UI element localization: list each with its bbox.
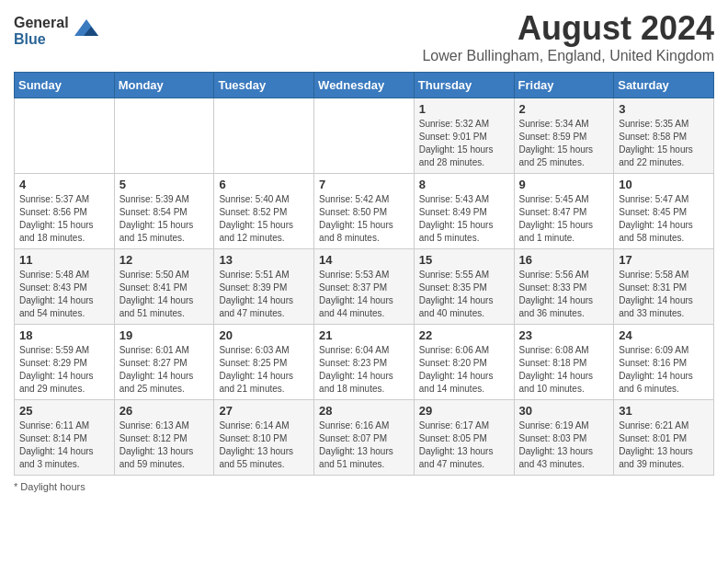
calendar-cell: 24Sunrise: 6:09 AM Sunset: 8:16 PM Dayli… [614,325,714,400]
day-info: Sunrise: 5:45 AM Sunset: 8:47 PM Dayligh… [519,193,609,245]
day-number: 27 [219,404,309,418]
day-number: 10 [619,178,709,191]
calendar-cell: 3Sunrise: 5:35 AM Sunset: 8:58 PM Daylig… [614,98,714,174]
day-number: 18 [19,328,109,342]
calendar-cell [114,98,214,174]
day-info: Sunrise: 5:53 AM Sunset: 8:37 PM Dayligh… [319,269,409,320]
day-info: Sunrise: 5:59 AM Sunset: 8:29 PM Dayligh… [19,344,109,396]
footer-note: * Daylight hours [14,481,714,492]
calendar-cell: 26Sunrise: 6:13 AM Sunset: 8:12 PM Dayli… [114,400,214,476]
day-info: Sunrise: 5:42 AM Sunset: 8:50 PM Dayligh… [319,193,409,245]
day-info: Sunrise: 5:51 AM Sunset: 8:39 PM Dayligh… [219,269,309,320]
day-info: Sunrise: 6:16 AM Sunset: 8:07 PM Dayligh… [319,419,409,471]
day-number: 19 [119,328,210,342]
day-number: 14 [319,253,409,267]
day-number: 22 [419,328,509,342]
calendar-cell: 12Sunrise: 5:50 AM Sunset: 8:41 PM Dayli… [114,249,214,325]
day-number: 9 [519,178,609,191]
calendar-cell: 11Sunrise: 5:48 AM Sunset: 8:43 PM Dayli… [15,249,115,325]
day-number: 6 [219,178,309,191]
location: Lower Bullingham, England, United Kingdo… [422,48,714,64]
calendar-cell: 16Sunrise: 5:56 AM Sunset: 8:33 PM Dayli… [514,249,614,325]
day-info: Sunrise: 6:19 AM Sunset: 8:03 PM Dayligh… [519,419,609,471]
logo-blue: Blue [14,31,69,48]
calendar-cell: 7Sunrise: 5:42 AM Sunset: 8:50 PM Daylig… [314,174,415,249]
day-header-wednesday: Wednesday [314,73,415,98]
day-number: 16 [519,253,609,267]
day-number: 4 [19,178,109,191]
day-number: 7 [319,178,409,191]
calendar-cell [314,98,415,174]
calendar-cell: 19Sunrise: 6:01 AM Sunset: 8:27 PM Dayli… [114,325,214,400]
day-info: Sunrise: 6:08 AM Sunset: 8:18 PM Dayligh… [519,344,609,396]
day-info: Sunrise: 5:47 AM Sunset: 8:45 PM Dayligh… [619,193,709,245]
day-header-friday: Friday [514,73,614,98]
day-number: 13 [219,253,309,267]
day-info: Sunrise: 6:17 AM Sunset: 8:05 PM Dayligh… [419,419,509,471]
day-info: Sunrise: 5:39 AM Sunset: 8:54 PM Dayligh… [119,193,210,245]
day-info: Sunrise: 6:03 AM Sunset: 8:25 PM Dayligh… [219,344,309,396]
day-number: 29 [419,404,509,418]
day-info: Sunrise: 5:37 AM Sunset: 8:56 PM Dayligh… [19,193,109,245]
day-number: 30 [519,404,609,418]
day-number: 15 [419,253,509,267]
day-header-thursday: Thursday [414,73,514,98]
calendar-table: SundayMondayTuesdayWednesdayThursdayFrid… [14,72,714,476]
day-info: Sunrise: 5:40 AM Sunset: 8:52 PM Dayligh… [219,193,309,245]
day-info: Sunrise: 5:58 AM Sunset: 8:31 PM Dayligh… [619,269,709,320]
calendar-cell: 13Sunrise: 5:51 AM Sunset: 8:39 PM Dayli… [214,249,314,325]
day-info: Sunrise: 5:48 AM Sunset: 8:43 PM Dayligh… [19,269,109,320]
day-info: Sunrise: 6:01 AM Sunset: 8:27 PM Dayligh… [119,344,210,396]
day-info: Sunrise: 6:09 AM Sunset: 8:16 PM Dayligh… [619,344,709,396]
header-area: General Blue August 2024 Lower Bullingha… [14,9,714,64]
calendar-cell: 30Sunrise: 6:19 AM Sunset: 8:03 PM Dayli… [514,400,614,476]
day-number: 2 [519,102,609,116]
day-number: 3 [619,102,709,116]
calendar-cell: 22Sunrise: 6:06 AM Sunset: 8:20 PM Dayli… [414,325,514,400]
logo: General Blue [14,15,100,47]
calendar-cell: 31Sunrise: 6:21 AM Sunset: 8:01 PM Dayli… [614,400,714,476]
day-info: Sunrise: 6:06 AM Sunset: 8:20 PM Dayligh… [419,344,509,396]
calendar-cell: 10Sunrise: 5:47 AM Sunset: 8:45 PM Dayli… [614,174,714,249]
calendar-cell: 18Sunrise: 5:59 AM Sunset: 8:29 PM Dayli… [15,325,115,400]
logo-icon [73,17,100,45]
calendar-cell: 5Sunrise: 5:39 AM Sunset: 8:54 PM Daylig… [114,174,214,249]
day-number: 21 [319,328,409,342]
month-year: August 2024 [422,9,714,48]
day-number: 24 [619,328,709,342]
day-number: 28 [319,404,409,418]
calendar-cell: 1Sunrise: 5:32 AM Sunset: 9:01 PM Daylig… [414,98,514,174]
day-number: 12 [119,253,210,267]
day-number: 25 [19,404,109,418]
day-number: 23 [519,328,609,342]
day-number: 31 [619,404,709,418]
calendar-cell: 17Sunrise: 5:58 AM Sunset: 8:31 PM Dayli… [614,249,714,325]
day-header-monday: Monday [114,73,214,98]
calendar-cell: 21Sunrise: 6:04 AM Sunset: 8:23 PM Dayli… [314,325,415,400]
calendar-cell: 23Sunrise: 6:08 AM Sunset: 8:18 PM Dayli… [514,325,614,400]
logo-general: General [14,15,69,31]
day-number: 20 [219,328,309,342]
day-info: Sunrise: 5:55 AM Sunset: 8:35 PM Dayligh… [419,269,509,320]
day-info: Sunrise: 6:11 AM Sunset: 8:14 PM Dayligh… [19,419,109,471]
calendar-cell [214,98,314,174]
calendar-cell: 4Sunrise: 5:37 AM Sunset: 8:56 PM Daylig… [15,174,115,249]
day-info: Sunrise: 5:50 AM Sunset: 8:41 PM Dayligh… [119,269,210,320]
calendar-cell: 8Sunrise: 5:43 AM Sunset: 8:49 PM Daylig… [414,174,514,249]
day-header-saturday: Saturday [614,73,714,98]
calendar-cell: 14Sunrise: 5:53 AM Sunset: 8:37 PM Dayli… [314,249,415,325]
day-info: Sunrise: 6:13 AM Sunset: 8:12 PM Dayligh… [119,419,210,471]
day-header-sunday: Sunday [15,73,115,98]
calendar-cell [15,98,115,174]
day-info: Sunrise: 6:14 AM Sunset: 8:10 PM Dayligh… [219,419,309,471]
day-info: Sunrise: 5:35 AM Sunset: 8:58 PM Dayligh… [619,118,709,169]
day-info: Sunrise: 5:32 AM Sunset: 9:01 PM Dayligh… [419,118,509,169]
day-number: 5 [119,178,210,191]
day-number: 1 [419,102,509,116]
title-area: August 2024 Lower Bullingham, England, U… [422,9,714,64]
day-info: Sunrise: 5:43 AM Sunset: 8:49 PM Dayligh… [419,193,509,245]
day-header-tuesday: Tuesday [214,73,314,98]
day-info: Sunrise: 5:56 AM Sunset: 8:33 PM Dayligh… [519,269,609,320]
calendar-cell: 20Sunrise: 6:03 AM Sunset: 8:25 PM Dayli… [214,325,314,400]
day-number: 17 [619,253,709,267]
